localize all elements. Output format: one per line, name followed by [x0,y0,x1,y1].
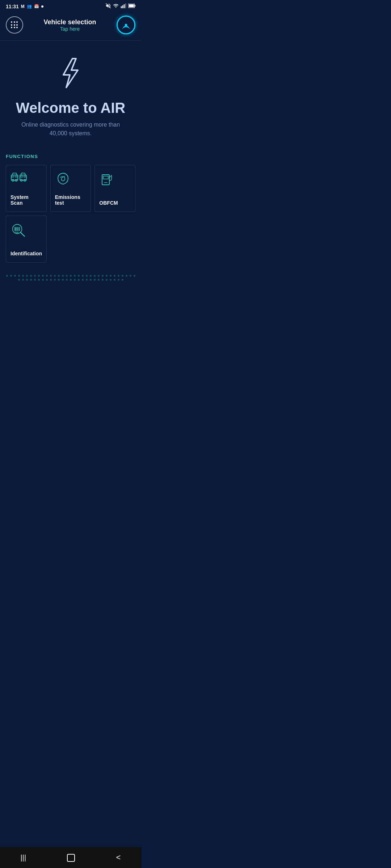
svg-rect-17 [21,176,22,178]
grid-icon [11,21,18,29]
system-scan-card[interactable]: System Scan [6,165,47,212]
header: Vehicle selection Tap here [0,13,141,41]
obfcm-label: OBFCM [99,200,118,206]
hero-section: Welcome to AIR Online diagnostics coveri… [0,41,141,145]
svg-rect-18 [24,176,26,178]
svg-rect-12 [12,176,14,178]
status-bar: 11:31 M 👥 📅 [0,0,141,13]
identification-card[interactable]: VIN Identification [6,216,47,263]
svg-rect-7 [135,5,136,7]
status-left: 11:31 M 👥 📅 [6,4,43,9]
system-scan-label: System Scan [10,194,42,206]
mute-icon [105,3,111,10]
emissions-icon [55,171,71,194]
calendar-icon: 📅 [34,4,39,9]
bottom-decoration: // Generate dots inline for (let i = 0; … [0,271,141,284]
dot-pattern: // Generate dots inline for (let i = 0; … [6,275,135,281]
welcome-subtitle: Online diagnostics covering more than 40… [20,120,121,138]
svg-rect-1 [121,6,122,8]
svg-line-23 [21,232,25,236]
wifi-connect-icon [121,20,131,30]
status-right [105,3,135,10]
svg-rect-3 [124,4,125,8]
gmail-icon: M [21,4,25,9]
system-scan-icon [10,171,28,193]
functions-label: FUNCTIONS [6,154,135,159]
air-logo-icon [52,55,89,91]
obfcm-card[interactable]: OBFCM [94,165,135,212]
second-row: VIN Identification [6,216,135,263]
battery-icon [128,4,135,9]
svg-rect-4 [125,3,126,8]
svg-text:VIN: VIN [15,231,18,234]
menu-button[interactable] [6,16,23,34]
teams-icon: 👥 [27,4,32,9]
obfcm-icon [99,171,115,194]
dot-indicator [41,5,43,8]
status-time: 11:31 [6,4,19,9]
wifi-icon [113,3,119,10]
functions-grid: System Scan Emissions test [6,165,135,212]
svg-rect-2 [122,5,123,8]
connect-button[interactable] [117,16,135,34]
svg-rect-13 [15,176,17,178]
header-title: Vehicle selection [43,18,96,26]
svg-rect-6 [129,4,134,7]
svg-rect-20 [103,176,108,179]
signal-icon [121,3,126,10]
vin-icon: VIN [10,222,28,245]
welcome-title: Welcome to AIR [16,100,125,116]
header-subtitle: Tap here [43,26,96,32]
emissions-label: Emissions test [55,194,87,206]
functions-section: FUNCTIONS [0,145,141,271]
emissions-test-card[interactable]: Emissions test [50,165,91,212]
identification-label: Identification [10,251,42,256]
header-center[interactable]: Vehicle selection Tap here [43,18,96,32]
